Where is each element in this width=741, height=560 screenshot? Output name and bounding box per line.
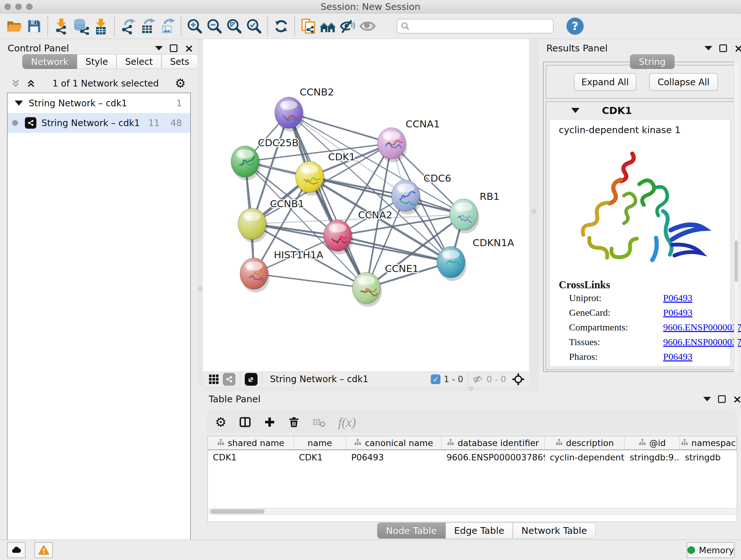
expand-all-button[interactable]: Expand All [574,73,636,91]
column-header-description[interactable]: description [545,436,625,449]
network-row[interactable]: String Network – cdk1 11 48 [8,113,190,133]
tab-network-table[interactable]: Network Table [513,523,596,539]
network-graph[interactable]: CCNB2CCNA1CDC25BCDK1CDC6RB1CCNB1CCNA2CDK… [203,39,529,372]
crosshair-icon[interactable] [512,373,525,386]
node-CCNA1[interactable]: CCNA1 [378,118,440,162]
edge-HIST1H1A-CCNE1[interactable] [254,273,366,288]
delete-column-icon[interactable] [288,416,300,428]
close-panel-icon[interactable]: × [185,44,194,53]
table-row[interactable]: CDK1CDK1P064939606.ENSP00000378699cyclin… [208,450,737,464]
float-panel-icon[interactable] [719,44,727,52]
crosslink-link[interactable]: 9606.ENSP00000378699 [663,336,741,348]
show-columns-icon[interactable] [239,416,252,428]
open-in-window-icon[interactable] [245,373,258,386]
panel-menu-icon[interactable] [703,397,711,401]
cell-namespac[interactable]: stringdb [680,450,737,464]
edge-CCNA2-CDKN1A[interactable] [338,236,451,262]
panel-menu-icon[interactable] [704,46,712,51]
table-settings-gear-icon[interactable]: ⚙ [215,416,226,428]
fit-content-button[interactable] [224,16,244,37]
results-scrollbar-thumb[interactable] [735,240,738,282]
open-session-button[interactable] [4,16,24,37]
search-box[interactable] [397,19,554,34]
tab-sets[interactable]: Sets [161,54,198,69]
node-CCNE1[interactable]: CCNE1 [352,263,419,307]
import-table-from-file-button[interactable] [91,16,111,37]
crosslink-link[interactable]: 9606.ENSP00000378699 [663,322,741,333]
cell-@id[interactable]: stringdb:9... [624,450,680,464]
window-zoom-button[interactable] [26,3,32,10]
refresh-layout-button[interactable] [271,16,291,37]
hide-selected-button[interactable] [338,16,358,37]
export-table-button[interactable] [138,16,158,37]
column-header-canonical-name[interactable]: canonical name [346,436,441,449]
close-panel-icon[interactable]: × [734,44,741,53]
node-CCNB2[interactable]: CCNB2 [275,86,334,132]
cell-shared-name[interactable]: CDK1 [208,450,294,464]
save-session-button[interactable] [24,16,44,37]
protein-section-header[interactable]: CDK1 [546,102,734,119]
import-network-from-file-button[interactable] [51,16,71,37]
left-splitter[interactable] [197,39,203,386]
show-all-button[interactable] [358,16,378,37]
duplicate-network-button[interactable] [298,16,318,37]
close-panel-icon[interactable]: × [733,394,741,404]
cell-canonical-name[interactable]: P06493 [346,450,441,464]
column-header-shared-name[interactable]: shared name [208,436,294,449]
delete-table-icon[interactable] [312,415,326,429]
splitter-handle[interactable] [469,386,473,391]
tab-edge-table[interactable]: Edge Table [446,523,513,539]
collapse-all-icon[interactable] [10,78,21,89]
cell-description[interactable]: cyclin-dependent ... [545,450,625,464]
function-builder-icon[interactable]: f(x) [338,415,356,430]
selected-checkbox-icon[interactable]: ✓ [431,374,441,384]
table-horizontal-scrollbar[interactable] [207,508,737,515]
network-canvas[interactable]: CCNB2CCNA1CDC25BCDK1CDC6RB1CCNB1CCNA2CDK… [203,39,529,372]
zoom-in-button[interactable] [185,16,205,37]
float-panel-icon[interactable] [170,44,178,52]
results-scrollbar[interactable] [734,62,738,372]
cloud-status-button[interactable] [7,542,25,558]
tab-string[interactable]: String [630,54,675,69]
tab-select[interactable]: Select [117,54,161,69]
node-CCNB1[interactable]: CCNB1 [238,198,304,243]
export-network-button[interactable] [118,16,138,37]
column-header-database-identifier[interactable]: database identifier [441,436,545,449]
first-neighbors-button[interactable] [318,16,338,37]
import-network-from-database-button[interactable] [71,16,91,37]
birds-eye-grid-icon[interactable] [208,374,219,385]
help-button[interactable]: ? [566,17,584,35]
network-collection-row[interactable]: String Network – cdk1 1 [8,93,190,113]
crosslink-link[interactable]: P06493 [663,293,692,303]
network-share-icon[interactable] [223,373,235,386]
node-RB1[interactable]: RB1 [450,191,500,233]
gear-icon[interactable]: ⚙ [175,77,186,89]
float-panel-icon[interactable] [718,395,726,403]
expand-all-icon[interactable] [25,78,37,89]
panel-menu-icon[interactable] [155,46,163,51]
node-CDKN1A[interactable]: CDKN1A [437,237,514,281]
column-header-namespac[interactable]: namespac [680,436,737,449]
section-expander-icon[interactable] [571,108,580,113]
tab-style[interactable]: Style [77,54,117,69]
window-close-button[interactable] [4,3,11,10]
zoom-out-button[interactable] [205,16,224,37]
window-minimize-button[interactable] [15,3,22,10]
collapse-all-button[interactable]: Collapse All [649,73,718,91]
column-header-name[interactable]: name [294,436,346,449]
warnings-button[interactable] [35,542,53,558]
tab-node-table[interactable]: Node Table [377,523,446,539]
tab-network[interactable]: Network [22,54,77,69]
memory-button[interactable]: Memory [687,542,735,558]
search-input[interactable] [410,21,544,31]
zoom-selected-button[interactable] [244,16,264,37]
crosslink-link[interactable]: P06493 [663,307,692,318]
add-column-icon[interactable] [264,416,276,428]
cell-name[interactable]: CDK1 [294,450,346,464]
table-scrollbar-thumb[interactable] [210,509,265,514]
splitter-handle[interactable] [532,209,536,213]
cell-database-identifier[interactable]: 9606.ENSP00000378699 [441,450,545,464]
column-header-@id[interactable]: @id [624,436,680,449]
splitter-handle[interactable] [198,287,202,291]
crosslink-link[interactable]: P06493 [663,351,692,362]
